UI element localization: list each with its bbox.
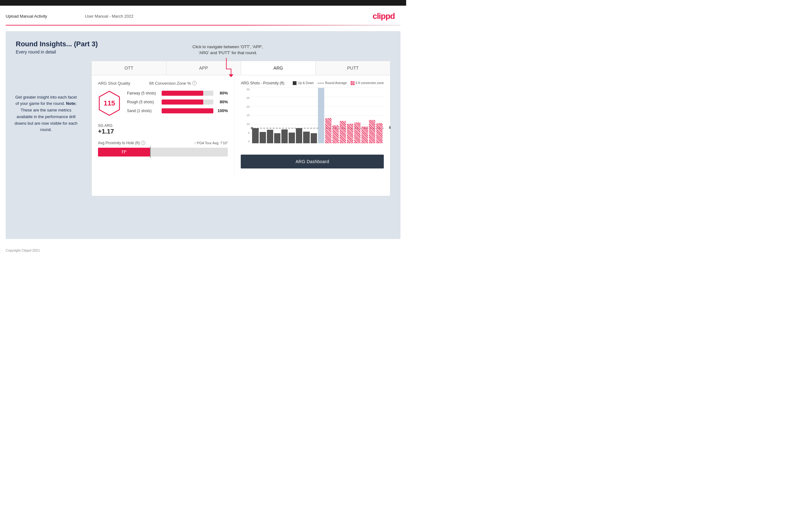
conversion-help-icon[interactable]: ? [192,81,197,86]
chart-bar-1 [252,128,258,143]
y-label-15: 15 [246,114,250,117]
svg-marker-0 [229,74,233,77]
clippd-logo: clippd [372,11,395,21]
legend-item-updown: Up & Down [293,81,314,85]
y-label-10: 10 [246,122,250,126]
chart-legend: Up & Down Round Average 6 ft conversion … [293,81,384,85]
bar-pct-sand: 100% [216,108,228,113]
proximity-value: 77' [121,150,126,154]
legend-updown-label: Up & Down [298,81,314,85]
y-label-20: 20 [246,105,250,108]
chart-bar-13 [340,121,346,143]
chart-bar-11 [325,118,332,143]
conversion-label: 6ft Conversion Zone % ? [149,81,197,86]
proximity-cursor [150,147,151,158]
chart-header: ARG Shots - Proximity (ft) Up & Down Rou… [241,81,384,86]
proximity-label: Avg Proximity to Hole (ft) ? [98,141,145,145]
legend-dashed-line-icon [318,83,324,83]
footer: Copyright Clippd 2021 [0,245,406,256]
left-description-text: Get greater insight into each facet of y… [14,95,77,132]
bar-label-sand: Sand (1 shots) [127,109,162,113]
bar-label-fairway: Fairway (5 shots) [127,91,162,96]
chart-bar-12 [333,125,339,143]
sg-section: SG ARG +1.17 [98,123,228,135]
hex-area: 115 Fairway (5 shots) 80% Rough (5 sho [98,91,228,117]
chart-bar-4 [274,133,281,143]
bar-label-rough: Rough (5 shots) [127,100,162,104]
legend-round-avg-label: Round Average [325,81,347,85]
chart-plot: 8 [251,88,384,143]
bar-bg-rough [162,100,213,105]
hex-value: 115 [104,99,115,107]
dashed-line-value: 8 [389,126,391,129]
chart-title: ARG Shots - Proximity (ft) [241,81,284,86]
main-content: Round Insights... (Part 3) Every round i… [6,31,401,239]
tab-putt[interactable]: PUTT [316,61,390,75]
chart-bar-17 [369,120,375,143]
bar-pct-rough: 80% [216,100,228,104]
user-manual-title: User Manual - March 2022 [85,14,134,18]
main-card: OTT APP ARG PUTT ARG Shot Quality 6ft Co… [91,61,391,196]
proximity-bar-fill: 77' [98,148,150,157]
shot-quality-label: ARG Shot Quality [98,81,131,86]
nav-arrow-icon [220,58,236,77]
chart-bar-7 [296,128,302,143]
bars-container [251,88,384,143]
bar-fill-rough [162,100,203,105]
chart-bar-2 [260,132,266,143]
proximity-help-icon[interactable]: ? [141,141,145,145]
chart-bar-3 [267,130,273,143]
bar-bg-sand [162,108,213,113]
chart-bar-16 [361,127,368,143]
pga-avg: ↑ PGA Tour Avg: 7'10" [194,141,228,145]
y-label-0: 0 [248,140,250,143]
chart-bar-14 [347,124,353,143]
note-label: Note: [66,101,77,106]
proximity-bar-bg: 77' [98,148,228,157]
card-right: ARG Shots - Proximity (ft) Up & Down Rou… [235,75,390,174]
header: Upload Manual Activity User Manual - Mar… [0,6,406,25]
bar-row-rough: Rough (5 shots) 80% [127,100,228,105]
y-label-30: 30 [246,88,250,91]
chart-bar-8 [303,132,309,143]
copyright: Copyright Clippd 2021 [6,248,40,252]
sg-label: SG ARG [98,123,228,128]
hex-badge: 115 [98,91,121,116]
chart-bar-9 [311,133,317,143]
left-description: Get greater insight into each facet of y… [14,94,78,133]
sg-value: +1.17 [98,128,228,135]
chart-bar-15 [354,122,360,143]
legend-item-6ft: 6 ft conversion zone [351,81,384,85]
arg-dashboard-button[interactable]: ARG Dashboard [241,155,384,168]
proximity-header: Avg Proximity to Hole (ft) ? ↑ PGA Tour … [98,141,228,145]
section-header: ARG Shot Quality 6ft Conversion Zone % ? [98,81,228,86]
y-label-25: 25 [246,96,250,100]
upload-manual-activity-link[interactable]: Upload Manual Activity [6,14,47,18]
tab-ott[interactable]: OTT [92,61,166,75]
bar-fill-sand [162,108,213,113]
bar-pct-fairway: 80% [216,91,228,96]
bar-chart-area: 30 25 20 15 10 5 0 [241,88,384,151]
chart-bar-5 [282,129,288,143]
card-left: ARG Shot Quality 6ft Conversion Zone % ?… [92,75,235,174]
legend-item-round-avg: Round Average [318,81,347,85]
nav-annotation: Click to navigate between 'OTT', 'APP','… [193,44,263,77]
header-divider [6,25,401,25]
header-left: Upload Manual Activity User Manual - Mar… [6,14,133,18]
legend-hatched-sq-icon [351,81,354,85]
card-body: ARG Shot Quality 6ft Conversion Zone % ?… [92,75,390,174]
y-label-5: 5 [248,131,250,134]
bar-row-fairway: Fairway (5 shots) 80% [127,91,228,96]
proximity-section: Avg Proximity to Hole (ft) ? ↑ PGA Tour … [98,141,228,157]
chart-bar-18 [376,123,383,143]
chart-y-labels: 30 25 20 15 10 5 0 [241,88,250,143]
chart-bar-10 [318,88,324,143]
legend-solid-sq-icon [293,81,297,85]
nav-annotation-text: Click to navigate between 'OTT', 'APP','… [193,44,263,56]
bar-bg-fairway [162,91,213,96]
bar-fill-fairway [162,91,203,96]
chart-bar-6 [289,132,295,143]
arrow-container [193,58,263,77]
legend-6ft-label: 6 ft conversion zone [356,81,384,85]
top-bar [0,0,406,6]
